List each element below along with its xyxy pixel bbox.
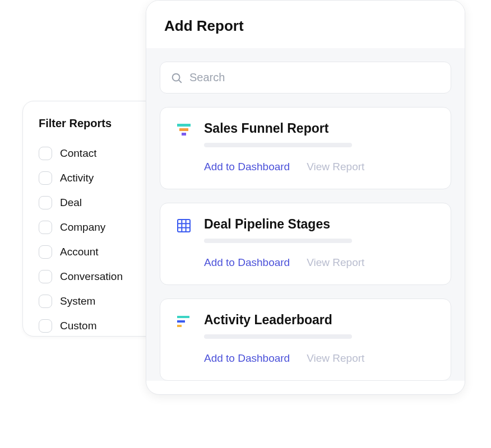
- funnel-icon: [176, 122, 192, 138]
- panel-title: Add Report: [164, 17, 447, 35]
- svg-rect-11: [177, 320, 185, 323]
- filter-label: Company: [60, 221, 105, 234]
- svg-rect-12: [177, 325, 182, 327]
- checkbox[interactable]: [39, 245, 52, 259]
- svg-rect-4: [182, 133, 186, 136]
- checkbox[interactable]: [39, 221, 52, 234]
- report-title: Sales Funnel Report: [204, 121, 435, 136]
- placeholder-bar: [204, 239, 352, 243]
- card-actions: Add to Dashboard View Report: [204, 352, 435, 365]
- filter-label: Deal: [60, 197, 82, 209]
- search-box[interactable]: [160, 62, 451, 94]
- report-card-deal-pipeline: Deal Pipeline Stages Add to Dashboard Vi…: [160, 203, 451, 285]
- checkbox[interactable]: [39, 319, 52, 333]
- filter-label: Account: [60, 246, 99, 258]
- placeholder-bar: [204, 143, 352, 147]
- filter-item-activity[interactable]: Activity: [39, 168, 163, 188]
- add-report-panel: Add Report Sales Funnel Report Add to Da…: [146, 0, 465, 395]
- report-title: Deal Pipeline Stages: [204, 217, 435, 232]
- report-card-activity-leaderboard: Activity Leaderboard Add to Dashboard Vi…: [160, 298, 451, 381]
- filter-label: System: [60, 295, 95, 307]
- filter-item-deal[interactable]: Deal: [39, 193, 163, 213]
- checkbox[interactable]: [39, 295, 52, 308]
- placeholder-bar: [204, 334, 352, 339]
- panel-header: Add Report: [146, 1, 465, 48]
- filter-item-account[interactable]: Account: [39, 242, 163, 262]
- svg-rect-3: [179, 128, 188, 131]
- filter-item-system[interactable]: System: [39, 291, 163, 311]
- bars-icon: [176, 314, 192, 329]
- filter-label: Contact: [60, 147, 96, 160]
- filter-item-custom[interactable]: Custom: [39, 316, 163, 336]
- card-actions: Add to Dashboard View Report: [204, 161, 435, 173]
- filter-title: Filter Reports: [39, 117, 163, 130]
- card-body: Deal Pipeline Stages Add to Dashboard Vi…: [204, 217, 435, 269]
- svg-rect-2: [177, 124, 191, 127]
- filter-label: Conversation: [60, 270, 123, 283]
- report-card-sales-funnel: Sales Funnel Report Add to Dashboard Vie…: [160, 107, 451, 189]
- card-body: Activity Leaderboard Add to Dashboard Vi…: [204, 312, 435, 365]
- report-title: Activity Leaderboard: [204, 312, 435, 328]
- search-input[interactable]: [189, 71, 441, 84]
- filter-item-conversation[interactable]: Conversation: [39, 267, 163, 287]
- checkbox[interactable]: [39, 270, 52, 283]
- card-actions: Add to Dashboard View Report: [204, 256, 435, 269]
- view-report-link[interactable]: View Report: [307, 256, 364, 269]
- add-to-dashboard-link[interactable]: Add to Dashboard: [204, 352, 290, 365]
- panel-body: Sales Funnel Report Add to Dashboard Vie…: [146, 48, 465, 381]
- checkbox[interactable]: [39, 196, 52, 209]
- card-body: Sales Funnel Report Add to Dashboard Vie…: [204, 121, 435, 173]
- filter-label: Activity: [60, 172, 94, 184]
- view-report-link[interactable]: View Report: [307, 161, 364, 173]
- svg-rect-10: [177, 316, 189, 318]
- grid-icon: [176, 218, 192, 234]
- filter-label: Custom: [60, 320, 96, 332]
- filter-item-contact[interactable]: Contact: [39, 143, 163, 164]
- add-to-dashboard-link[interactable]: Add to Dashboard: [204, 256, 290, 269]
- checkbox[interactable]: [39, 147, 52, 160]
- svg-line-1: [179, 80, 181, 82]
- svg-rect-5: [178, 220, 190, 232]
- checkbox[interactable]: [39, 171, 52, 185]
- filter-list: Contact Activity Deal Company Account Co…: [39, 143, 163, 336]
- add-to-dashboard-link[interactable]: Add to Dashboard: [204, 161, 290, 173]
- search-icon: [170, 72, 183, 84]
- filter-item-company[interactable]: Company: [39, 217, 163, 237]
- view-report-link[interactable]: View Report: [307, 352, 364, 365]
